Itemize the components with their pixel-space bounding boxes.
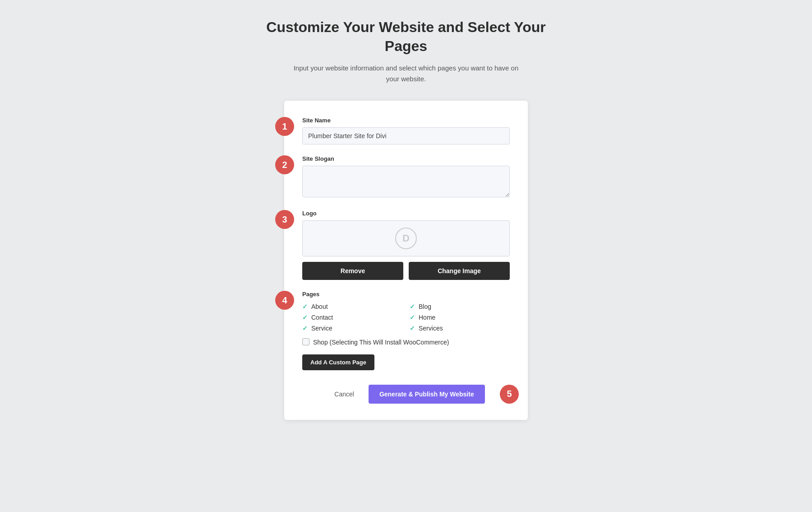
check-contact-icon: ✓: [302, 314, 308, 321]
logo-section: 3 Logo D Remove Change Image: [302, 210, 510, 280]
page-home[interactable]: ✓ Home: [410, 314, 510, 321]
page-service[interactable]: ✓ Service: [302, 325, 402, 332]
check-blog-icon: ✓: [410, 303, 415, 310]
step-badge-3: 3: [275, 210, 294, 229]
cancel-button[interactable]: Cancel: [327, 386, 361, 402]
page-service-label: Service: [311, 325, 332, 332]
logo-preview: D: [302, 220, 510, 256]
page-title: Customize Your Website and Select Your P…: [248, 18, 564, 56]
page-services[interactable]: ✓ Services: [410, 325, 510, 332]
page-about[interactable]: ✓ About: [302, 303, 402, 310]
check-service-icon: ✓: [302, 325, 308, 332]
check-services-icon: ✓: [410, 325, 415, 332]
page-subtitle: Input your website information and selec…: [293, 63, 519, 84]
page-services-label: Services: [419, 325, 443, 332]
page-blog[interactable]: ✓ Blog: [410, 303, 510, 310]
check-home-icon: ✓: [410, 314, 415, 321]
page-home-label: Home: [419, 314, 435, 321]
site-slogan-input[interactable]: [302, 166, 510, 197]
step-badge-5: 5: [500, 385, 519, 404]
shop-row: Shop (Selecting This Will Install WooCom…: [302, 338, 510, 347]
shop-checkbox[interactable]: [302, 338, 309, 345]
form-footer: Cancel Generate & Publish My Website 5: [302, 385, 510, 404]
step-badge-4: 4: [275, 291, 294, 310]
form-card: 1 Site Name 2 Site Slogan 3 Logo D Remov…: [284, 101, 528, 420]
page-contact[interactable]: ✓ Contact: [302, 314, 402, 321]
step-badge-2: 2: [275, 155, 294, 174]
logo-label: Logo: [302, 210, 510, 217]
pages-section: 4 Pages ✓ About ✓ Blog ✓ Contact: [302, 291, 510, 374]
generate-publish-button[interactable]: Generate & Publish My Website: [369, 385, 485, 404]
page-blog-label: Blog: [419, 303, 431, 310]
page-about-label: About: [311, 303, 328, 310]
shop-label: Shop (Selecting This Will Install WooCom…: [313, 338, 449, 347]
site-name-input[interactable]: [302, 127, 510, 144]
site-slogan-label: Site Slogan: [302, 155, 510, 162]
add-custom-page-button[interactable]: Add A Custom Page: [302, 354, 374, 370]
remove-button[interactable]: Remove: [302, 262, 403, 280]
check-about-icon: ✓: [302, 303, 308, 310]
change-image-button[interactable]: Change Image: [409, 262, 510, 280]
pages-label: Pages: [302, 291, 510, 298]
site-name-section: 1 Site Name: [302, 117, 510, 144]
logo-buttons: Remove Change Image: [302, 262, 510, 280]
site-name-label: Site Name: [302, 117, 510, 124]
step-badge-1: 1: [275, 117, 294, 136]
site-slogan-section: 2 Site Slogan: [302, 155, 510, 199]
page-contact-label: Contact: [311, 314, 333, 321]
divi-logo-icon: D: [395, 228, 417, 249]
pages-grid: ✓ About ✓ Blog ✓ Contact ✓ Home: [302, 303, 510, 332]
